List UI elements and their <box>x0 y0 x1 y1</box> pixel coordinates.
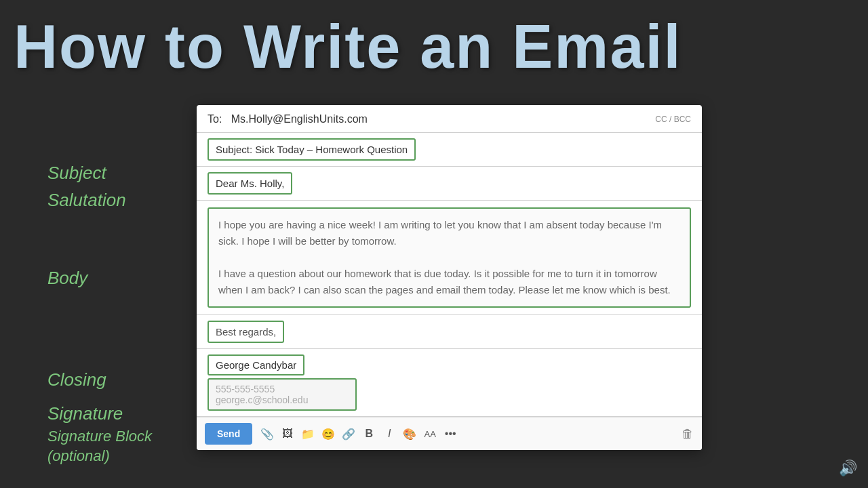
closing-row: Best regards, <box>197 315 702 349</box>
link-icon[interactable]: 🔗 <box>340 426 357 442</box>
signature-phone: 555-555-5555 <box>216 384 275 394</box>
body-label: Body <box>47 268 87 289</box>
subject-row: Subject: Sick Today – Homework Question <box>197 133 702 167</box>
body-paragraph-1: I hope you are having a nice week! I am … <box>218 217 680 249</box>
image-icon[interactable]: 🖼 <box>279 426 296 442</box>
to-row: To: Ms.Holly@EnglishUnits.com CC / BCC <box>197 105 702 133</box>
body-area: I hope you are having a nice week! I am … <box>197 201 702 315</box>
salutation-row: Dear Ms. Holly, <box>197 167 702 201</box>
body-paragraph-2: I have a question about our homework tha… <box>218 266 680 298</box>
page-title: How to Write an Email <box>14 12 682 82</box>
signature-block-label: Signature Block (optional) <box>47 427 197 466</box>
attachment-icon[interactable]: 📎 <box>259 426 275 442</box>
signature-block-field[interactable]: 555-555-5555 george.c@school.edu <box>208 378 357 411</box>
signature-row: George Candybar 555-555-5555 george.c@sc… <box>197 349 702 417</box>
subject-label: Subject <box>47 163 106 184</box>
italic-icon[interactable]: I <box>381 426 397 442</box>
cc-bcc-button[interactable]: CC / BCC <box>655 115 691 124</box>
body-field[interactable]: I hope you are having a nice week! I am … <box>208 207 691 308</box>
signature-name-field[interactable]: George Candybar <box>208 354 304 375</box>
font-size-icon[interactable]: AA <box>422 426 438 442</box>
email-panel: To: Ms.Holly@EnglishUnits.com CC / BCC S… <box>197 105 702 450</box>
delete-icon[interactable]: 🗑 <box>682 427 694 441</box>
drive-icon[interactable]: 📁 <box>300 426 316 442</box>
to-label: To: <box>208 113 222 125</box>
to-address: Ms.Holly@EnglishUnits.com <box>231 113 368 125</box>
salutation-field[interactable]: Dear Ms. Holly, <box>208 172 292 195</box>
closing-label: Closing <box>47 369 106 390</box>
bold-icon[interactable]: B <box>361 426 377 442</box>
email-toolbar: Send 📎 🖼 📁 😊 🔗 B I 🎨 AA ••• 🗑 <box>197 417 702 450</box>
salutation-label: Salutation <box>47 190 126 211</box>
sound-icon[interactable]: 🔊 <box>839 460 857 477</box>
signature-label: Signature <box>47 403 123 424</box>
color-icon[interactable]: 🎨 <box>401 426 418 442</box>
closing-field[interactable]: Best regards, <box>208 321 284 343</box>
subject-field[interactable]: Subject: Sick Today – Homework Question <box>208 138 416 161</box>
more-options-icon[interactable]: ••• <box>442 426 458 442</box>
send-button[interactable]: Send <box>205 423 252 445</box>
signature-email: george.c@school.edu <box>216 394 308 405</box>
to-field: To: Ms.Holly@EnglishUnits.com <box>208 113 368 125</box>
emoji-icon[interactable]: 😊 <box>320 426 336 442</box>
